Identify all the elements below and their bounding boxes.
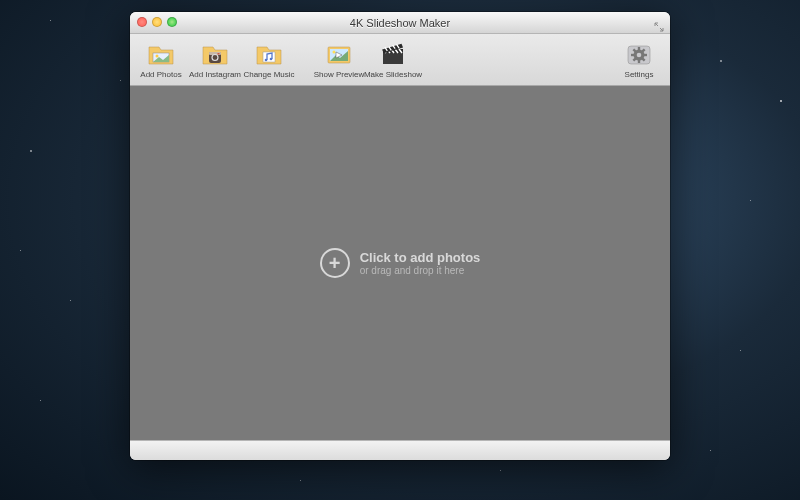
titlebar: 4K Slideshow Maker xyxy=(130,12,670,34)
app-window: 4K Slideshow Maker Add Photos xyxy=(130,12,670,460)
zoom-button[interactable] xyxy=(167,17,177,27)
svg-rect-5 xyxy=(218,53,220,55)
add-photos-button[interactable]: Add Photos xyxy=(136,41,186,79)
fullscreen-icon[interactable] xyxy=(654,18,664,28)
folder-photo-icon xyxy=(147,41,175,69)
change-music-button[interactable]: Change Music xyxy=(244,41,294,79)
svg-rect-17 xyxy=(638,60,640,63)
svg-point-1 xyxy=(156,54,159,57)
clapperboard-icon xyxy=(379,41,407,69)
content-area: + Click to add photos or drag and drop i… xyxy=(130,86,670,440)
make-slideshow-button[interactable]: Make Slideshow xyxy=(368,41,418,79)
svg-rect-16 xyxy=(638,47,640,50)
svg-point-7 xyxy=(265,58,268,61)
settings-label: Settings xyxy=(625,70,654,79)
add-instagram-label: Add Instagram xyxy=(189,70,241,79)
change-music-label: Change Music xyxy=(243,70,294,79)
settings-button[interactable]: Settings xyxy=(614,41,664,79)
svg-rect-18 xyxy=(631,53,634,55)
toolbar: Add Photos Add Instagram xyxy=(130,34,670,86)
minimize-button[interactable] xyxy=(152,17,162,27)
dropzone-title: Click to add photos xyxy=(360,250,481,265)
folder-music-icon xyxy=(255,41,283,69)
add-instagram-button[interactable]: Add Instagram xyxy=(190,41,240,79)
svg-point-24 xyxy=(637,52,642,57)
preview-icon xyxy=(325,41,353,69)
make-slideshow-label: Make Slideshow xyxy=(364,70,422,79)
close-button[interactable] xyxy=(137,17,147,27)
plus-icon: + xyxy=(320,248,350,278)
svg-point-8 xyxy=(270,57,273,60)
svg-rect-19 xyxy=(644,53,647,55)
show-preview-label: Show Preview xyxy=(314,70,365,79)
add-photos-dropzone[interactable]: + Click to add photos or drag and drop i… xyxy=(320,248,481,278)
gear-icon xyxy=(625,41,653,69)
dropzone-subtitle: or drag and drop it here xyxy=(360,265,481,276)
add-photos-label: Add Photos xyxy=(140,70,181,79)
statusbar xyxy=(130,440,670,460)
svg-point-11 xyxy=(333,50,336,53)
window-controls xyxy=(137,17,177,27)
window-title: 4K Slideshow Maker xyxy=(350,17,450,29)
folder-instagram-icon xyxy=(201,41,229,69)
show-preview-button[interactable]: Show Preview xyxy=(314,41,364,79)
svg-rect-12 xyxy=(383,53,403,64)
